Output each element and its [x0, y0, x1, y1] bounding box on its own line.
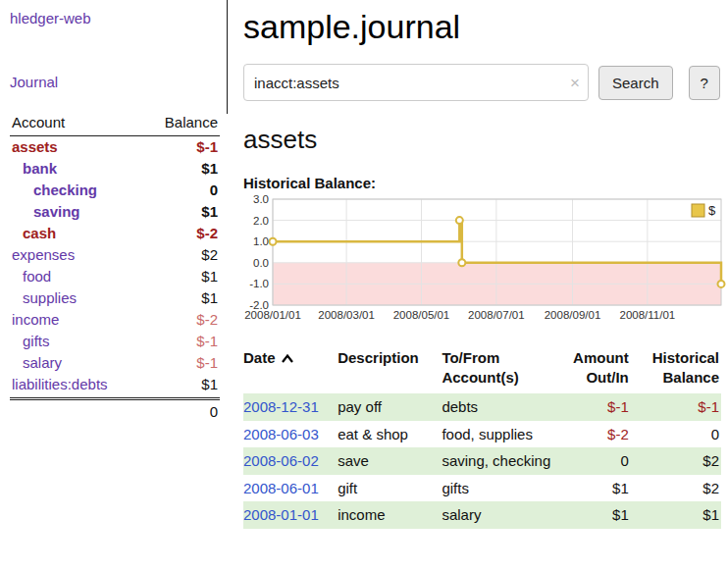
col-tofrom-line2: Account(s) — [442, 369, 518, 386]
col-balance-line1: Historical — [652, 349, 719, 366]
txn-date-cell: 2008-12-31 — [243, 393, 338, 421]
txn-description: eat & shop — [338, 421, 442, 448]
search-input[interactable] — [243, 64, 589, 101]
sidebar-item-journal[interactable]: Journal — [10, 74, 220, 90]
account-link[interactable]: liabilities:debts — [10, 376, 108, 392]
page-title: sample.journal — [243, 8, 721, 46]
txn-description: income — [338, 501, 442, 529]
sidebar-divider-line — [227, 0, 228, 114]
account-balance: $1 — [201, 268, 218, 285]
search-form: × Search ? — [243, 64, 721, 101]
col-date-label: Date — [243, 349, 276, 366]
account-link[interactable]: saving — [10, 203, 80, 220]
x-axis-tick: 2008/03/01 — [318, 309, 375, 321]
col-description-label: Description — [338, 349, 419, 366]
txn-date-link[interactable]: 2008-06-03 — [243, 426, 319, 442]
y-axis-tick: -1.0 — [243, 278, 269, 289]
account-balance: $-2 — [196, 311, 218, 328]
transaction-row: 2008-06-02savesaving, checking0$2 — [243, 447, 721, 475]
txn-accounts: gifts — [442, 475, 559, 502]
data-point-marker — [458, 259, 465, 266]
data-point-marker — [718, 281, 725, 287]
x-axis-tick: 2008/05/01 — [393, 309, 450, 321]
search-button[interactable]: Search — [598, 66, 673, 100]
account-row: gifts$-1 — [10, 331, 220, 352]
account-link[interactable]: supplies — [10, 289, 77, 306]
y-axis-tick: 0.0 — [243, 257, 269, 269]
help-button[interactable]: ? — [689, 66, 720, 100]
col-tofrom-line1: To/From — [442, 349, 499, 366]
txn-balance: $2 — [631, 447, 721, 475]
chart-legend-label: $ — [708, 203, 716, 218]
col-balance-line2: Balance — [662, 369, 719, 386]
col-description: Description — [338, 348, 442, 393]
account-row: saving$1 — [10, 201, 220, 223]
x-axis-tick: 2008/07/01 — [468, 309, 525, 321]
account-link[interactable]: cash — [10, 225, 56, 241]
account-balance: $-1 — [196, 333, 218, 349]
accounts-total: 0 — [10, 397, 220, 420]
txn-balance: $-1 — [631, 393, 721, 421]
txn-date-link[interactable]: 2008-06-01 — [243, 480, 319, 496]
txn-amount: $-2 — [560, 421, 631, 448]
register-body: 2008-12-31pay offdebts$-1$-12008-06-03ea… — [243, 393, 721, 529]
account-link[interactable]: bank — [10, 160, 57, 177]
sort-ascending-icon[interactable] — [281, 353, 294, 364]
chart-plot: $ — [273, 199, 721, 305]
txn-description: save — [338, 447, 442, 475]
account-link[interactable]: food — [10, 268, 51, 285]
transaction-row: 2008-12-31pay offdebts$-1$-1 — [243, 393, 721, 421]
clear-search-icon[interactable]: × — [570, 75, 580, 91]
txn-date-link[interactable]: 2008-12-31 — [243, 398, 319, 415]
account-link[interactable]: gifts — [10, 333, 50, 349]
x-axis-tick: 2008/11/01 — [620, 309, 676, 321]
account-balance: $1 — [201, 160, 218, 177]
txn-description: gift — [338, 475, 442, 502]
register-table: Date Description To/From Account(s) Amou… — [243, 348, 721, 529]
txn-description: pay off — [338, 393, 442, 421]
account-balance: $2 — [201, 246, 218, 263]
col-date[interactable]: Date — [243, 348, 338, 393]
txn-accounts: food, supplies — [442, 421, 559, 448]
y-axis-tick: 3.0 — [243, 193, 269, 205]
account-balance: $1 — [201, 203, 218, 220]
app-title-link[interactable]: hledger-web — [10, 10, 220, 26]
account-rows: assets$-1bank$1checking0saving$1cash$-2e… — [10, 136, 220, 395]
txn-date-link[interactable]: 2008-01-01 — [243, 506, 319, 523]
txn-date-cell: 2008-01-01 — [243, 501, 338, 529]
account-balance: $-2 — [196, 225, 218, 241]
y-axis-tick: 1.0 — [243, 235, 269, 247]
main-content: sample.journal × Search ? assets Histori… — [228, 0, 728, 571]
x-axis-tick: 2008/01/01 — [244, 309, 301, 321]
col-balance: Historical Balance — [631, 348, 721, 393]
register-header-row: Date Description To/From Account(s) Amou… — [243, 348, 721, 393]
chart-title: Historical Balance: — [243, 175, 721, 191]
accounts-table-header: Account Balance — [10, 112, 220, 136]
data-point-marker — [270, 238, 277, 245]
account-row: cash$-2 — [10, 223, 220, 244]
account-link[interactable]: assets — [10, 138, 58, 155]
txn-balance: $1 — [631, 501, 721, 529]
txn-accounts: saving, checking — [442, 447, 559, 475]
transaction-row: 2008-01-01incomesalary$1$1 — [243, 501, 721, 529]
legend-swatch — [692, 204, 704, 217]
account-link[interactable]: income — [10, 311, 59, 328]
txn-balance: 0 — [631, 421, 721, 448]
y-axis-tick: 2.0 — [243, 215, 269, 227]
txn-date-cell: 2008-06-02 — [243, 447, 338, 475]
txn-amount: $1 — [560, 501, 631, 529]
txn-date-link[interactable]: 2008-06-02 — [243, 452, 319, 469]
account-link[interactable]: checking — [10, 182, 97, 198]
account-link[interactable]: salary — [10, 354, 62, 371]
account-balance: $-1 — [196, 138, 218, 155]
txn-balance: $2 — [631, 475, 721, 502]
x-axis-tick: 2008/09/01 — [545, 309, 601, 321]
account-balance: 0 — [210, 182, 218, 198]
txn-amount: $1 — [560, 475, 631, 502]
txn-accounts: salary — [442, 501, 559, 529]
col-amount-line2: Out/In — [586, 369, 628, 386]
account-row: assets$-1 — [10, 136, 220, 158]
chart: $ 3.02.01.00.0-1.0-2.02008/01/012008/03/… — [243, 199, 721, 329]
search-input-wrap: × — [243, 64, 589, 101]
account-link[interactable]: expenses — [10, 246, 75, 263]
